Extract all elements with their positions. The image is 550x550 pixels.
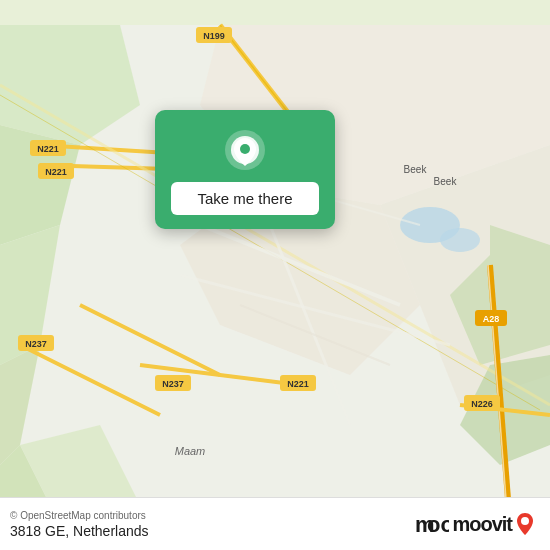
footer-bar: © OpenStreetMap contributors 3818 GE, Ne… xyxy=(0,497,550,550)
svg-text:Beek: Beek xyxy=(404,164,428,175)
svg-text:N226: N226 xyxy=(471,399,493,409)
svg-text:N221: N221 xyxy=(287,379,309,389)
moovit-brand-icon: m oovit xyxy=(413,506,449,542)
footer-info: © OpenStreetMap contributors 3818 GE, Ne… xyxy=(10,510,149,539)
moovit-pin-icon xyxy=(514,512,536,536)
svg-text:A28: A28 xyxy=(483,314,500,324)
svg-text:N221: N221 xyxy=(37,144,59,154)
svg-text:Maam: Maam xyxy=(175,445,206,457)
location-pin-icon xyxy=(223,128,267,172)
address-text: 3818 GE, Netherlands xyxy=(10,523,149,539)
moovit-wordmark: moovit xyxy=(452,512,536,536)
map-container: N199 N221 N221 N237 N237 N221 A28 N226 B… xyxy=(0,0,550,550)
svg-text:N199: N199 xyxy=(203,31,225,41)
moovit-logo: m oovit moovit xyxy=(413,506,536,542)
svg-text:Beek: Beek xyxy=(434,176,458,187)
svg-text:oovit: oovit xyxy=(427,512,449,537)
svg-point-11 xyxy=(440,228,480,252)
popup-card: Take me there xyxy=(155,110,335,229)
svg-point-52 xyxy=(240,144,250,154)
svg-text:N221: N221 xyxy=(45,167,67,177)
map-svg: N199 N221 N221 N237 N237 N221 A28 N226 B… xyxy=(0,0,550,550)
moovit-text: moovit xyxy=(452,513,512,536)
copyright-text: © OpenStreetMap contributors xyxy=(10,510,149,521)
take-me-there-button[interactable]: Take me there xyxy=(171,182,319,215)
svg-point-55 xyxy=(521,517,529,525)
svg-text:N237: N237 xyxy=(25,339,47,349)
svg-text:N237: N237 xyxy=(162,379,184,389)
